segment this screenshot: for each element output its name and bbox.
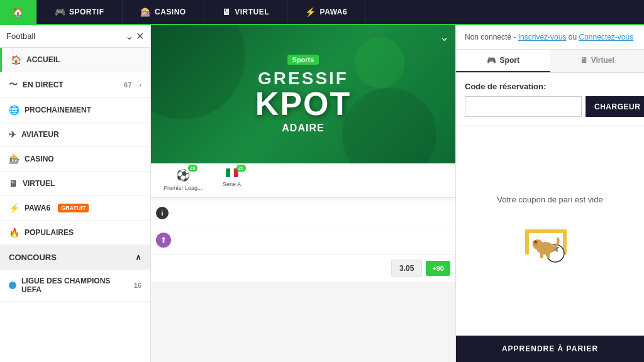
banner-jackpot: KPOT [255, 87, 351, 120]
auth-header: Non connecté - Inscrivez-vous ou Connect… [456, 25, 644, 50]
svg-point-10 [535, 241, 536, 243]
premier-league-label: Premier Leag... [164, 185, 203, 191]
nav-home[interactable]: 🏠 [0, 0, 37, 24]
pawa6-menu-icon: ⚡ [9, 203, 19, 213]
sidebar-item-pawa6[interactable]: ⚡ PAWA6 GRATUIT [0, 196, 150, 221]
nav-virtuel[interactable]: 🖥 VIRTUEL [204, 0, 287, 24]
sidebar-label-casino: CASINO [25, 155, 54, 163]
globe-icon: 🌐 [9, 105, 19, 115]
learn-to-bet-button[interactable]: APPRENDRE À PARIER [456, 336, 644, 362]
concours-label: CONCOURS [9, 253, 57, 262]
nav-sportif[interactable]: 🎮 SPORTIF [37, 0, 123, 24]
sport-tab-icon: 🎮 [487, 56, 496, 65]
banner-content: Sports GRESSIF KPOT ADAIRE [255, 55, 351, 134]
ligue-label: LIGUE DES CHAMPIONS UEFA [21, 277, 129, 294]
sidebar-item-virtuel[interactable]: 🖥 VIRTUEL [0, 172, 150, 196]
sidebar-item-populaires[interactable]: 🔥 POPULAIRES [0, 221, 150, 245]
more-odds-button[interactable]: +90 [426, 261, 450, 276]
ou-text: ou [569, 33, 577, 41]
virtuel-menu-icon: 🖥 [9, 178, 18, 189]
ligue-dot-icon [9, 282, 16, 289]
sidebar-menu: 🏠 ACCUEIL 〜 EN DIRECT 67 › 🌐 PROCHAINEME… [0, 48, 150, 245]
banner-title: GRESSIF [255, 70, 351, 87]
reservation-input[interactable] [465, 96, 582, 117]
concours-header[interactable]: CONCOURS ∧ [0, 245, 150, 270]
empty-coupon-text: Votre coupon de pari est vide [497, 195, 602, 204]
serie-a-label: Série A [223, 181, 241, 187]
svg-rect-2 [525, 229, 567, 233]
not-connected-text: Non connecté - [465, 33, 516, 41]
bet-tabs: 🎮 Sport 🖥 Virtuel [456, 50, 644, 73]
close-icon[interactable]: ✕ [136, 30, 144, 42]
sportif-icon: 🎮 [55, 7, 66, 17]
sidebar-label-accueil: ACCUEIL [26, 55, 60, 64]
home-icon: 🏠 [13, 7, 24, 17]
inscrivez-link[interactable]: Inscrivez-vous [518, 33, 567, 41]
nav-sportif-label: SPORTIF [69, 8, 104, 16]
live-icon: 〜 [9, 79, 18, 90]
virtuel-tab-icon: 🖥 [580, 56, 587, 65]
soccer-illustration [519, 217, 582, 267]
sidebar-item-aviateur[interactable]: ✈ AVIATEUR [0, 123, 150, 147]
plane-icon: ✈ [9, 129, 16, 140]
casino-menu-icon: 🎰 [9, 154, 19, 164]
nav-casino-label: CASINO [155, 8, 186, 16]
search-input[interactable] [6, 31, 123, 41]
info-icon[interactable]: i [156, 207, 169, 219]
top-navigation: 🏠 🎮 SPORTIF 🎰 CASINO 🖥 VIRTUEL ⚡ PAWA6 [0, 0, 644, 25]
sidebar-label-virtuel: VIRTUEL [23, 179, 55, 188]
home-icon: 🏠 [11, 55, 21, 65]
matches-section: i ⬆ 3.05 +90 [151, 200, 455, 283]
casino-icon: 🎰 [140, 7, 152, 17]
sidebar-item-ligue-champions[interactable]: LIGUE DES CHAMPIONS UEFA 16 [0, 270, 150, 302]
chevron-down-icon[interactable]: ⌄ [125, 30, 133, 42]
promo-banner: ⌄ Sports GRESSIF KPOT ADAIRE [151, 25, 455, 163]
main-layout: ⌄ ✕ 🏠 ACCUEIL 〜 EN DIRECT 67 › 🌐 PROCHAI… [0, 25, 644, 362]
en-direct-count: 67 [124, 81, 131, 89]
soccer-icon: ⚽ [176, 169, 190, 182]
chevron-up-icon: ∧ [135, 253, 142, 262]
banner-sports-badge: Sports [287, 55, 319, 65]
nav-casino[interactable]: 🎰 CASINO [123, 0, 204, 24]
bet-tab-virtuel-label: Virtuel [591, 56, 614, 65]
odds-button[interactable]: 3.05 [391, 260, 422, 277]
odds-row: 3.05 +90 [151, 255, 455, 283]
left-sidebar: ⌄ ✕ 🏠 ACCUEIL 〜 EN DIRECT 67 › 🌐 PROCHAI… [0, 25, 151, 362]
svg-rect-9 [547, 252, 550, 258]
reservation-input-row: CHARGEUR [465, 96, 635, 117]
nav-pawa6[interactable]: ⚡ PAWA6 [287, 0, 365, 24]
sidebar-item-casino[interactable]: 🎰 CASINO [0, 147, 150, 172]
search-bar: ⌄ ✕ [0, 25, 150, 48]
tab-premier-league[interactable]: ⚽ 20 Premier Leag... [156, 163, 210, 197]
gratuit-badge: GRATUIT [58, 204, 89, 212]
svg-rect-8 [540, 252, 543, 258]
virtuel-icon: 🖥 [222, 7, 231, 17]
sidebar-item-accueil[interactable]: 🏠 ACCUEIL [0, 48, 150, 72]
ligue-count: 16 [134, 282, 142, 289]
sidebar-label-pawa6: PAWA6 [25, 204, 50, 212]
match-row-boost: ⬆ [151, 226, 455, 255]
sidebar-label-populaires: POPULAIRES [25, 228, 74, 237]
sidebar-label-en-direct: EN DIRECT [23, 80, 64, 89]
italy-flag-icon [226, 172, 238, 178]
sidebar-item-prochainement[interactable]: 🌐 PROCHAINEMENT [0, 98, 150, 123]
tab-serie-a[interactable]: 20 Série A [210, 163, 254, 197]
sports-tabs-row: ⚽ 20 Premier Leag... 20 Série A [151, 163, 455, 198]
fire-icon: 🔥 [9, 228, 19, 238]
right-panel: Non connecté - Inscrivez-vous ou Connect… [455, 25, 644, 362]
sidebar-label-prochainement: PROCHAINEMENT [25, 106, 91, 114]
pawa6-icon: ⚡ [305, 7, 316, 17]
reservation-section: Code de réservation: CHARGEUR [456, 73, 644, 126]
center-content: ⌄ Sports GRESSIF KPOT ADAIRE ⚽ 20 Premie… [151, 25, 455, 362]
match-row: i [151, 200, 455, 226]
bet-tab-sport[interactable]: 🎮 Sport [456, 50, 550, 72]
bet-tab-virtuel[interactable]: 🖥 Virtuel [550, 50, 645, 72]
empty-coupon: Votre coupon de pari est vide [456, 126, 644, 336]
sidebar-item-en-direct[interactable]: 〜 EN DIRECT 67 › [0, 72, 150, 98]
banner-chevron-down-icon[interactable]: ⌄ [440, 30, 449, 44]
chargeur-button[interactable]: CHARGEUR [586, 96, 644, 117]
connectez-link[interactable]: Connectez-vous [579, 33, 633, 41]
reservation-label: Code de réservation: [465, 82, 635, 91]
boost-icon[interactable]: ⬆ [156, 233, 171, 248]
sidebar-label-aviateur: AVIATEUR [21, 130, 59, 139]
